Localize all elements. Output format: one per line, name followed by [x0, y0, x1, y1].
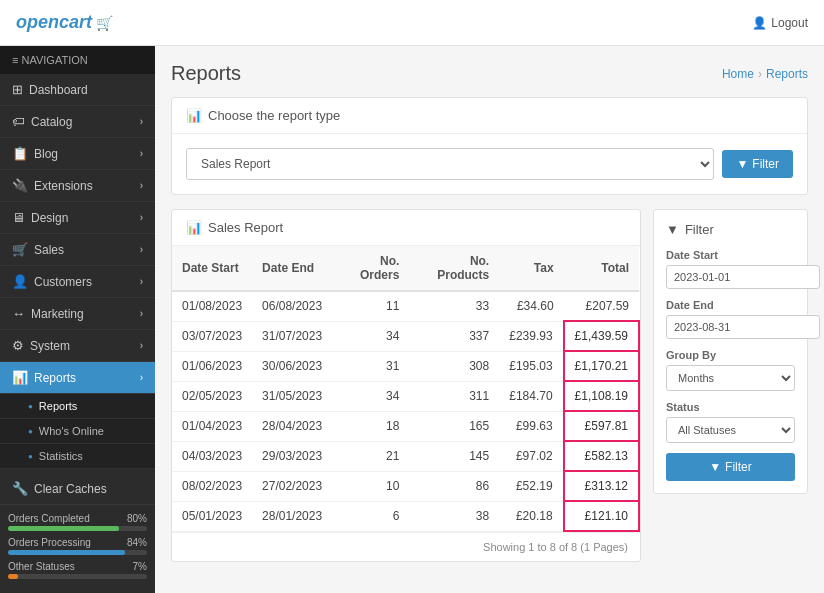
- chevron-right-icon: ›: [140, 244, 143, 255]
- progress-fill: [8, 526, 119, 531]
- group-by-select[interactable]: DaysWeeksMonthsYears: [666, 365, 795, 391]
- sidebar-item-marketing[interactable]: ↔Marketing ›: [0, 298, 155, 330]
- col-date-start: Date Start: [172, 246, 252, 291]
- logout-label: Logout: [771, 16, 808, 30]
- logo: opencart 🛒: [16, 12, 113, 33]
- breadcrumb: Home › Reports: [722, 67, 808, 81]
- table-row: 01/06/202330/06/202331308£195.03£1,170.2…: [172, 351, 639, 381]
- sidebar-item-clear-caches[interactable]: 🔧Clear Caches: [0, 473, 155, 505]
- nav-header: ≡ NAVIGATION: [0, 46, 155, 74]
- sidebar-sub-item-statistics[interactable]: ● Statistics: [0, 444, 155, 469]
- logout-button[interactable]: 👤 Logout: [752, 16, 808, 30]
- table-wrapper: Date Start Date End No. Orders No. Produ…: [172, 246, 640, 561]
- sidebar-item-design[interactable]: 🖥Design ›: [0, 202, 155, 234]
- breadcrumb-bar: Reports Home › Reports: [171, 62, 808, 85]
- table-row: 04/03/202329/03/202321145£97.02£582.13: [172, 441, 639, 471]
- pagination-info: Showing 1 to 8 of 8 (1 Pages): [172, 532, 640, 561]
- chart-icon: 📊: [186, 108, 202, 123]
- chevron-right-icon: ›: [140, 308, 143, 319]
- progress-orders-completed: Orders Completed 80%: [8, 513, 147, 531]
- progress-orders-processing: Orders Processing 84%: [8, 537, 147, 555]
- sidebar-progress-section: Orders Completed 80% Orders Processing 8…: [0, 505, 155, 593]
- report-filter-button[interactable]: ▼ Filter: [722, 150, 793, 178]
- dot-icon: ●: [28, 452, 33, 461]
- status-label: Status: [666, 401, 795, 413]
- progress-fill: [8, 574, 18, 579]
- breadcrumb-current: Reports: [766, 67, 808, 81]
- sidebar-item-dashboard[interactable]: ⊞Dashboard: [0, 74, 155, 106]
- report-type-card-header: 📊 Choose the report type: [172, 98, 807, 134]
- col-total: Total: [564, 246, 639, 291]
- report-type-select[interactable]: Sales ReportProducts ViewedProducts Purc…: [186, 148, 714, 180]
- sidebar-item-sales[interactable]: 🛒Sales ›: [0, 234, 155, 266]
- design-icon: 🖥: [12, 210, 25, 225]
- sidebar-item-system[interactable]: ⚙System ›: [0, 330, 155, 362]
- nav-header-label: ≡ NAVIGATION: [12, 54, 88, 66]
- breadcrumb-home[interactable]: Home: [722, 67, 754, 81]
- sales-report-section: 📊 Sales Report Date Start Date End No. O…: [171, 209, 641, 562]
- main-content: Reports Home › Reports 📊 Choose the repo…: [155, 46, 824, 593]
- progress-fill: [8, 550, 125, 555]
- system-icon: ⚙: [12, 338, 24, 353]
- sales-report-card: 📊 Sales Report Date Start Date End No. O…: [171, 209, 641, 562]
- sales-icon: 🛒: [12, 242, 28, 257]
- report-type-card: 📊 Choose the report type Sales ReportPro…: [171, 97, 808, 195]
- catalog-icon: 🏷: [12, 114, 25, 129]
- table-row: 01/04/202328/04/202318165£99.63£597.81: [172, 411, 639, 441]
- filter-apply-icon: ▼: [709, 460, 721, 474]
- date-start-input[interactable]: [666, 265, 820, 289]
- filter-funnel-icon: ▼: [666, 222, 679, 237]
- table-row: 01/08/202306/08/20231133£34.60£207.59: [172, 291, 639, 321]
- logo-text: opencart: [16, 12, 92, 33]
- reports-icon: 📊: [12, 370, 28, 385]
- chevron-right-icon: ›: [140, 276, 143, 287]
- breadcrumb-separator: ›: [758, 67, 762, 81]
- chevron-right-icon: ›: [140, 180, 143, 191]
- customers-icon: 👤: [12, 274, 28, 289]
- sales-report-table: Date Start Date End No. Orders No. Produ…: [172, 246, 640, 532]
- filter-card: ▼ Filter Date Start 📅 Date End: [653, 209, 808, 494]
- group-by-label: Group By: [666, 349, 795, 361]
- sales-report-card-header: 📊 Sales Report: [172, 210, 640, 246]
- table-row: 05/01/202328/01/2023638£20.18£121.10: [172, 501, 639, 531]
- chevron-right-icon: ›: [140, 116, 143, 127]
- filter-apply-button[interactable]: ▼ Filter: [666, 453, 795, 481]
- sidebar-sub-item-reports[interactable]: ● Reports: [0, 394, 155, 419]
- sidebar: ≡ NAVIGATION ⊞Dashboard 🏷Catalog › 📋Blog…: [0, 46, 155, 593]
- marketing-icon: ↔: [12, 306, 25, 321]
- extensions-icon: 🔌: [12, 178, 28, 193]
- dot-icon: ●: [28, 427, 33, 436]
- sidebar-sub-item-whos-online[interactable]: ● Who's Online: [0, 419, 155, 444]
- date-start-label: Date Start: [666, 249, 795, 261]
- dashboard-icon: ⊞: [12, 82, 23, 97]
- logo-cart-icon: 🛒: [96, 15, 113, 31]
- status-select[interactable]: All StatusesPendingProcessingCompleteCan…: [666, 417, 795, 443]
- logout-icon: 👤: [752, 16, 767, 30]
- table-row: 02/05/202331/05/202334311£184.70£1,108.1…: [172, 381, 639, 411]
- sidebar-item-reports[interactable]: 📊Reports ›: [0, 362, 155, 394]
- table-row: 08/02/202327/02/20231086£52.19£313.12: [172, 471, 639, 501]
- date-end-label: Date End: [666, 299, 795, 311]
- date-end-input[interactable]: [666, 315, 820, 339]
- page-title: Reports: [171, 62, 241, 85]
- sales-chart-icon: 📊: [186, 220, 202, 235]
- sidebar-item-catalog[interactable]: 🏷Catalog ›: [0, 106, 155, 138]
- progress-bar-completed: [8, 526, 147, 531]
- report-main-row: 📊 Sales Report Date Start Date End No. O…: [171, 209, 808, 562]
- filter-date-start-field: Date Start 📅: [666, 249, 795, 289]
- col-date-end: Date End: [252, 246, 332, 291]
- blog-icon: 📋: [12, 146, 28, 161]
- sidebar-item-extensions[interactable]: 🔌Extensions ›: [0, 170, 155, 202]
- filter-panel: ▼ Filter Date Start 📅 Date End: [653, 209, 808, 562]
- sidebar-item-blog[interactable]: 📋Blog ›: [0, 138, 155, 170]
- filter-group-by-field: Group By DaysWeeksMonthsYears: [666, 349, 795, 391]
- sidebar-item-customers[interactable]: 👤Customers ›: [0, 266, 155, 298]
- col-orders: No. Orders: [332, 246, 409, 291]
- filter-card-header: ▼ Filter: [666, 222, 795, 237]
- col-products: No. Products: [409, 246, 499, 291]
- report-type-card-body: Sales ReportProducts ViewedProducts Purc…: [172, 134, 807, 194]
- topbar: opencart 🛒 👤 Logout: [0, 0, 824, 46]
- progress-other-statuses: Other Statuses 7%: [8, 561, 147, 579]
- progress-bar-other: [8, 574, 147, 579]
- filter-icon: ▼: [736, 157, 748, 171]
